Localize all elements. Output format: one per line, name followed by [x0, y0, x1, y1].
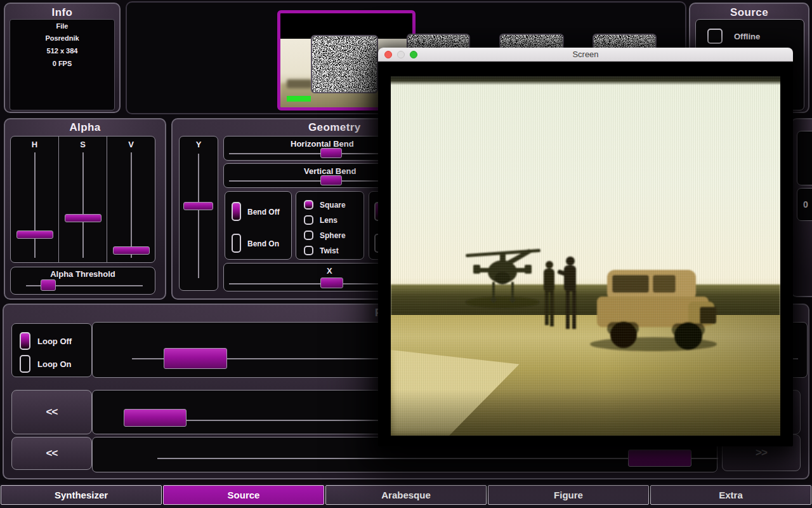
bend-off-label: Bend Off — [247, 208, 280, 217]
offline-label: Offline — [734, 32, 760, 41]
geometry-x-label: X — [327, 266, 332, 276]
seek-slider-handle-1[interactable] — [124, 409, 187, 427]
alpha-v-label: V — [107, 140, 155, 149]
square-label: Square — [320, 201, 346, 210]
geometry-y-slider-track[interactable] — [198, 154, 199, 278]
square-checkbox[interactable] — [304, 200, 313, 210]
seek-slider-handle-2[interactable] — [628, 450, 691, 467]
noise-texture — [312, 36, 377, 92]
info-file-label: File — [10, 22, 114, 30]
loop-on-label: Loop On — [37, 359, 71, 369]
alpha-s-slider-handle[interactable] — [65, 214, 102, 222]
tab-arabesque[interactable]: Arabesque — [325, 485, 487, 505]
lens-checkbox[interactable] — [304, 215, 313, 225]
video-output — [391, 76, 780, 436]
close-icon[interactable] — [384, 51, 392, 58]
alpha-h-slider-handle[interactable] — [16, 231, 53, 239]
info-fps: 0 FPS — [10, 60, 114, 67]
offline-checkbox[interactable] — [707, 29, 723, 44]
right-panel-value: 0 — [803, 199, 808, 210]
vertical-bend-handle[interactable] — [320, 175, 342, 185]
alpha-threshold-box: Alpha Threshold — [10, 267, 155, 295]
noise-thumbnail-1[interactable] — [311, 35, 378, 93]
bend-off-checkbox[interactable] — [232, 202, 241, 221]
alpha-threshold-handle[interactable] — [41, 279, 56, 291]
thumbnail-progress-bar — [287, 96, 311, 102]
alpha-panel-title: Alpha — [5, 121, 165, 134]
bottom-tab-bar: Synthesizer Source Arabesque Figure Extr… — [0, 484, 812, 508]
loop-on-checkbox[interactable] — [20, 355, 30, 373]
tab-source[interactable]: Source — [163, 485, 324, 505]
horizontal-bend-label: Horizontal Bend — [291, 139, 354, 149]
sphere-label: Sphere — [320, 231, 346, 240]
twist-checkbox[interactable] — [304, 246, 313, 255]
info-file-name: Posrednik — [10, 34, 114, 42]
geometry-y-slider-handle[interactable] — [183, 202, 213, 210]
geometry-panel-title: Geometry — [308, 121, 361, 134]
alpha-threshold-label: Alpha Threshold — [11, 269, 155, 279]
bend-on-checkbox[interactable] — [232, 234, 241, 253]
alpha-h-label: H — [11, 140, 58, 149]
screen-window-titlebar[interactable]: Screen — [378, 48, 793, 62]
tab-extra[interactable]: Extra — [650, 485, 811, 505]
twist-label: Twist — [320, 246, 339, 255]
right-side-panel: 0 — [790, 118, 812, 297]
source-panel-title: Source — [690, 6, 808, 19]
geometry-y-label: Y — [180, 140, 218, 149]
alpha-v-slider-handle[interactable] — [113, 246, 150, 255]
info-panel-title: Info — [5, 6, 119, 19]
screen-window: Screen — [378, 48, 793, 446]
loop-slider-handle[interactable] — [164, 348, 227, 369]
info-display: File Posrednik 512 x 384 0 FPS — [10, 19, 115, 110]
loop-toggle-box: Loop Off Loop On — [11, 323, 92, 377]
rewind-button-1[interactable]: << — [11, 390, 92, 434]
tab-figure[interactable]: Figure — [488, 485, 649, 505]
alpha-v-slider-track[interactable] — [131, 152, 132, 258]
loop-off-label: Loop Off — [37, 337, 72, 346]
alpha-h-slider-track[interactable] — [34, 152, 36, 258]
right-panel-value-box: 0 — [797, 188, 812, 221]
horizontal-bend-handle[interactable] — [320, 148, 342, 158]
app-root: Info File Posrednik 512 x 384 0 FPS — [0, 0, 812, 508]
lens-label: Lens — [320, 216, 337, 225]
alpha-s-label: S — [59, 140, 107, 149]
sphere-checkbox[interactable] — [304, 231, 313, 240]
tab-synthesizer[interactable]: Synthesizer — [1, 485, 162, 505]
vignette-overlay — [391, 76, 780, 436]
zoom-icon[interactable] — [410, 51, 417, 58]
bend-toggle-box: Bend Off Bend On — [225, 191, 292, 260]
loop-off-checkbox[interactable] — [20, 332, 30, 350]
geometry-x-handle[interactable] — [320, 277, 343, 288]
alpha-s-slider-track[interactable] — [82, 152, 84, 258]
info-resolution: 512 x 384 — [10, 47, 114, 55]
shape-select-box: Square Lens Sphere Twist — [296, 191, 364, 260]
bend-on-label: Bend On — [247, 239, 279, 248]
vertical-bend-label: Vertical Bend — [304, 166, 356, 176]
rewind-button-2[interactable]: << — [11, 437, 92, 470]
screen-window-title: Screen — [378, 48, 793, 61]
info-panel: Info File Posrednik 512 x 384 0 FPS — [4, 3, 121, 113]
right-panel-box — [797, 131, 812, 185]
minimize-icon[interactable] — [397, 51, 405, 58]
